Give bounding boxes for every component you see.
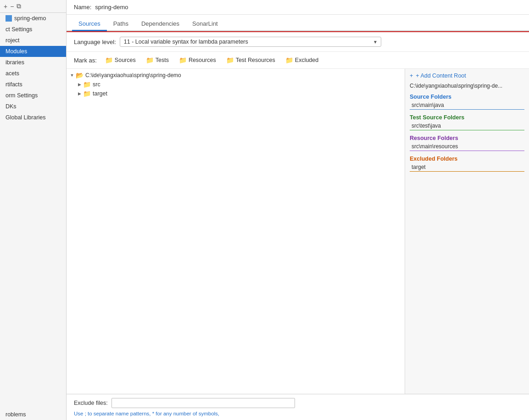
exclude-row: Exclude files: <box>74 398 522 408</box>
name-row: Name: spring-demo <box>67 0 529 15</box>
tree-item-src[interactable]: ▶ 📁 src <box>67 80 405 89</box>
tests-folder-icon: 📁 <box>146 56 154 64</box>
content-area: Language level: 11 - Local variable synt… <box>67 31 529 420</box>
test-resources-btn-label: Test Resources <box>236 57 275 63</box>
sidebar-item-facets[interactable]: acets <box>0 68 66 79</box>
tree-item-target[interactable]: ▶ 📁 target <box>67 89 405 98</box>
tree-toggle-root[interactable]: ▼ <box>68 72 76 79</box>
mark-as-row: Mark as: 📁 Sources 📁 Tests 📁 Resources 📁… <box>67 52 529 69</box>
language-level-select-wrapper: 11 - Local variable syntax for lambda pa… <box>120 37 381 47</box>
sidebar-problems-label: roblems <box>6 411 26 418</box>
sidebar-item-spring-demo[interactable]: spring-demo <box>0 13 66 24</box>
sidebar-item-label: acets <box>6 70 19 77</box>
tree-root-folder-icon: 📂 <box>76 72 84 79</box>
sidebar-item-label: Modules <box>6 48 27 55</box>
excluded-folder-icon: 📁 <box>285 56 293 64</box>
test-source-folders-path: src\test\java <box>410 123 524 130</box>
excluded-mark-button[interactable]: 📁 Excluded <box>282 56 322 65</box>
content-root-path: C:\ide\yangxiaohua\spring\spring-de... <box>410 83 524 89</box>
copy-icon[interactable]: ⧉ <box>17 2 21 10</box>
excluded-folders-title: Excluded Folders <box>410 156 524 162</box>
sources-mark-button[interactable]: 📁 Sources <box>101 56 139 65</box>
sidebar-item-problems[interactable]: roblems <box>0 409 66 420</box>
tree-src-label: src <box>93 81 100 88</box>
test-resources-folder-icon: 📁 <box>226 56 234 64</box>
hint-text: Use ; to separate name patterns, * for a… <box>74 411 522 416</box>
language-row: Language level: 11 - Local variable synt… <box>67 31 529 52</box>
sidebar-item-label: roject <box>6 37 20 44</box>
tree-root-path: C:\ide\yangxiaohua\spring\spring-demo <box>85 72 181 78</box>
sidebar-item-sdks[interactable]: DKs <box>0 101 66 112</box>
tab-paths[interactable]: Paths <box>107 17 135 31</box>
right-panel: + + Add Content Root C:\ide\yangxiaohua\… <box>405 69 529 394</box>
sidebar: + − ⧉ spring-demo ct Settings roject Mod… <box>0 0 67 420</box>
target-folder-icon: 📁 <box>83 90 91 97</box>
sidebar-item-project-settings[interactable]: ct Settings <box>0 24 66 35</box>
test-source-folders-title: Test Source Folders <box>410 114 524 121</box>
sidebar-toolbar: + − ⧉ <box>0 0 66 13</box>
sidebar-item-artifacts[interactable]: rtifacts <box>0 79 66 90</box>
sources-btn-label: Sources <box>115 57 136 63</box>
language-level-label: Language level: <box>74 39 116 45</box>
add-content-root-label: + Add Content Root <box>416 73 466 79</box>
tests-mark-button[interactable]: 📁 Tests <box>142 56 173 65</box>
source-folders-title: Source Folders <box>410 94 524 100</box>
module-icon <box>6 15 12 22</box>
tree-toggle-target[interactable]: ▶ <box>76 90 83 97</box>
resource-folders-path: src\main\resources <box>410 143 524 151</box>
tree-area: ▼ 📂 C:\ide\yangxiaohua\spring\spring-dem… <box>67 69 405 394</box>
sidebar-module-label: spring-demo <box>14 15 46 22</box>
sidebar-item-label: ibraries <box>6 59 24 66</box>
sidebar-item-project[interactable]: roject <box>0 35 66 46</box>
add-content-root-button[interactable]: + + Add Content Root <box>410 73 524 79</box>
resource-folders-title: Resource Folders <box>410 135 524 141</box>
split-area: ▼ 📂 C:\ide\yangxiaohua\spring\spring-dem… <box>67 69 529 394</box>
add-icon[interactable]: + <box>4 3 7 10</box>
source-folders-path: src\main\java <box>410 102 524 110</box>
sources-folder-icon: 📁 <box>105 56 113 64</box>
remove-icon[interactable]: − <box>10 3 14 10</box>
plus-icon: + <box>410 73 413 79</box>
name-value: spring-demo <box>95 4 128 11</box>
resources-mark-button[interactable]: 📁 Resources <box>175 56 220 65</box>
sidebar-item-label: rtifacts <box>6 81 22 88</box>
tab-dependencies[interactable]: Dependencies <box>135 17 186 31</box>
bottom-bar: Exclude files: Use ; to separate name pa… <box>67 394 529 420</box>
name-label: Name: <box>74 4 91 11</box>
tree-root-item[interactable]: ▼ 📂 C:\ide\yangxiaohua\spring\spring-dem… <box>67 71 405 80</box>
test-resources-mark-button[interactable]: 📁 Test Resources <box>223 56 279 65</box>
resources-btn-label: Resources <box>189 57 216 63</box>
exclude-label: Exclude files: <box>74 400 108 406</box>
sidebar-item-label: orm Settings <box>6 92 38 99</box>
mark-as-label: Mark as: <box>74 57 97 64</box>
tab-sources[interactable]: Sources <box>72 17 107 31</box>
sidebar-item-label: DKs <box>6 103 17 110</box>
tab-sonarlint[interactable]: SonarLint <box>186 17 224 31</box>
tree-toggle-src[interactable]: ▶ <box>76 81 83 88</box>
exclude-input[interactable] <box>111 398 295 408</box>
sidebar-item-label: Global Libraries <box>6 114 46 121</box>
tests-btn-label: Tests <box>156 57 169 63</box>
sidebar-item-form-settings[interactable]: orm Settings <box>0 90 66 101</box>
excluded-btn-label: Excluded <box>295 57 318 63</box>
sidebar-item-libraries[interactable]: ibraries <box>0 57 66 68</box>
main-content: Name: spring-demo Sources Paths Dependen… <box>67 0 529 420</box>
sidebar-item-modules[interactable]: Modules <box>0 46 66 57</box>
resources-folder-icon: 📁 <box>179 56 187 64</box>
sidebar-item-label: ct Settings <box>6 26 32 33</box>
language-level-select[interactable]: 11 - Local variable syntax for lambda pa… <box>120 37 381 47</box>
excluded-folders-path: target <box>410 164 524 172</box>
src-folder-icon: 📁 <box>83 81 91 88</box>
sidebar-item-global-libraries[interactable]: Global Libraries <box>0 112 66 123</box>
tree-target-label: target <box>93 90 107 97</box>
tabs-bar: Sources Paths Dependencies SonarLint <box>67 15 529 31</box>
